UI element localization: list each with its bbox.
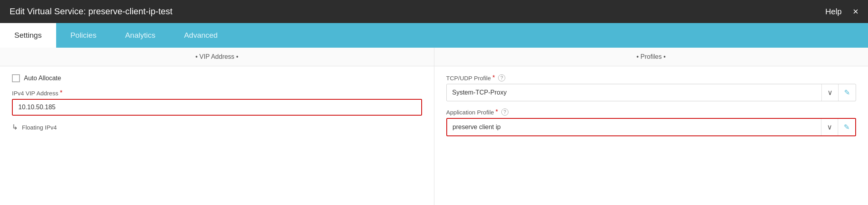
app-profile-edit-icon[interactable]: ✎	[838, 119, 855, 135]
tab-advanced[interactable]: Advanced	[170, 23, 232, 48]
app-profile-dropdown[interactable]: preserve client ip ∨ ✎	[446, 118, 856, 136]
auto-allocate-checkbox[interactable]	[12, 74, 20, 82]
tcp-udp-label: TCP/UDP Profile * ?	[446, 74, 856, 81]
vip-section-header: • VIP Address •	[0, 48, 434, 66]
app-profile-field-group: Application Profile * ? preserve client …	[446, 108, 856, 136]
window-title: Edit Virtual Service: preserve-client-ip…	[10, 6, 172, 17]
ipv4-field-group: IPv4 VIP Address *	[12, 89, 422, 116]
ipv4-label: IPv4 VIP Address *	[12, 89, 422, 97]
floating-ipv4-arrow-icon: ↳	[12, 123, 18, 132]
tab-policies[interactable]: Policies	[56, 23, 111, 48]
left-panel: • VIP Address • Auto Allocate IPv4 VIP A…	[0, 48, 434, 205]
close-button[interactable]: ×	[853, 7, 858, 16]
tcp-udp-dropdown[interactable]: System-TCP-Proxy ∨ ✎	[446, 84, 856, 101]
profiles-section-header: • Profiles •	[434, 48, 868, 66]
window: Edit Virtual Service: preserve-client-ip…	[0, 0, 868, 205]
tcp-udp-required-star: *	[493, 74, 495, 81]
app-profile-value: preserve client ip	[447, 120, 821, 135]
tcp-udp-edit-icon[interactable]: ✎	[838, 84, 856, 101]
right-panel-wrapper: • Profiles • TCP/UDP Profile * ? System-…	[434, 48, 868, 205]
tab-analytics[interactable]: Analytics	[111, 23, 170, 48]
profiles-panel-body: TCP/UDP Profile * ? System-TCP-Proxy ∨ ✎	[434, 66, 868, 144]
title-bar-actions: Help ×	[825, 7, 858, 16]
app-profile-required-star: *	[496, 108, 498, 116]
tcp-udp-help-icon[interactable]: ?	[498, 74, 505, 81]
floating-ipv4-row[interactable]: ↳ Floating IPv4	[12, 123, 422, 132]
tcp-udp-field-group: TCP/UDP Profile * ? System-TCP-Proxy ∨ ✎	[446, 74, 856, 101]
app-profile-chevron-icon[interactable]: ∨	[821, 119, 838, 135]
auto-allocate-row[interactable]: Auto Allocate	[12, 74, 422, 82]
tab-settings[interactable]: Settings	[0, 23, 56, 48]
help-link[interactable]: Help	[825, 7, 842, 16]
app-profile-label: Application Profile * ?	[446, 108, 856, 116]
content-area: • VIP Address • Auto Allocate IPv4 VIP A…	[0, 48, 868, 205]
auto-allocate-label: Auto Allocate	[24, 75, 61, 82]
ipv4-required-star: *	[60, 89, 62, 97]
title-bar: Edit Virtual Service: preserve-client-ip…	[0, 0, 868, 23]
vip-panel-body: Auto Allocate IPv4 VIP Address * ↳ Float…	[0, 66, 434, 139]
tcp-udp-chevron-icon[interactable]: ∨	[821, 84, 838, 101]
ipv4-input[interactable]	[12, 99, 422, 116]
floating-ipv4-label: Floating IPv4	[22, 124, 57, 131]
app-profile-help-icon[interactable]: ?	[501, 108, 508, 116]
right-panel: • Profiles • TCP/UDP Profile * ? System-…	[434, 48, 868, 205]
tcp-udp-value: System-TCP-Proxy	[447, 85, 822, 100]
tab-bar: Settings Policies Analytics Advanced	[0, 23, 868, 48]
